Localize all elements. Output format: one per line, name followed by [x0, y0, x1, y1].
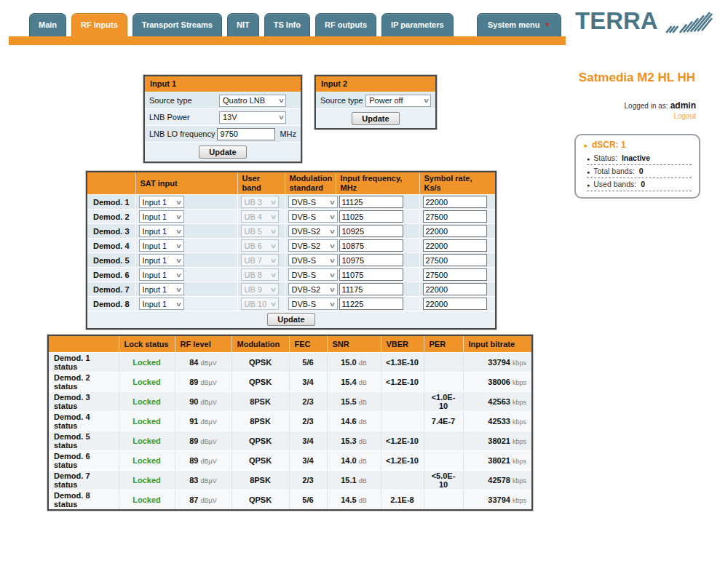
input-bitrate-value: 38021 kbps	[463, 431, 532, 450]
selected-value: DVB-S2	[292, 242, 321, 250]
input-frequency-field[interactable]	[339, 210, 403, 223]
bitrate-unit: kbps	[513, 458, 526, 465]
modulation-standard-select[interactable]: DVB-S2 v	[288, 239, 338, 252]
input-frequency-field[interactable]	[339, 239, 403, 252]
symbol-rate-field[interactable]	[423, 239, 487, 252]
tab-rf-outputs[interactable]: RF outputs	[315, 13, 376, 36]
modulation-standard-select[interactable]: DVB-S v	[288, 268, 338, 281]
dscr-total-bands-row: ● Total bands: 0	[587, 165, 692, 178]
snr-value: 15.5 dB	[327, 391, 381, 411]
sat-input-select[interactable]: Input 1 v	[139, 283, 184, 295]
demod-config-update-button[interactable]: Update	[267, 313, 314, 326]
snr-unit: dB	[359, 379, 367, 386]
sat-input-select[interactable]: Input 1 v	[139, 298, 184, 310]
symbol-rate-field[interactable]	[423, 210, 487, 223]
sat-input-select[interactable]: Input 1 v	[139, 254, 184, 266]
vber-value	[381, 411, 424, 431]
input1-panel: Input 1 Source type Quatro LNB v LNB Pow…	[143, 75, 302, 163]
bitrate-unit: kbps	[513, 359, 526, 367]
sat-input-select[interactable]: Input 1 v	[139, 196, 184, 208]
demod-status-label: Demod. 2 status	[48, 372, 119, 391]
tab-ts-info[interactable]: TS Info	[264, 13, 310, 36]
dropdown-icon: v	[177, 213, 182, 220]
lock-status-value: Locked	[119, 411, 175, 431]
symbol-rate-field[interactable]	[423, 268, 487, 281]
page: Main RF inputs Transport Streams NIT TS …	[0, 0, 728, 582]
input1-update-button[interactable]: Update	[199, 146, 246, 159]
tab-nit[interactable]: NIT	[227, 13, 259, 36]
dropdown-icon: v	[272, 257, 277, 264]
config-header-user-band: User band	[237, 172, 285, 195]
sat-input-select[interactable]: Input 1 v	[139, 225, 184, 237]
selected-value: UB 4	[245, 212, 262, 221]
sat-input-select[interactable]: Input 1 v	[139, 268, 184, 281]
dropdown-icon: v	[177, 300, 182, 308]
dropdown-icon: v	[272, 228, 277, 235]
symbol-rate-field[interactable]	[423, 283, 487, 295]
bitrate-unit: kbps	[513, 477, 526, 485]
input-frequency-field[interactable]	[339, 254, 403, 266]
page-title: Satmedia M2 HL HH	[569, 71, 705, 85]
bitrate-unit: kbps	[513, 399, 526, 406]
sat-input-select[interactable]: Input 1 v	[139, 239, 184, 252]
bullet-icon: ●	[587, 156, 590, 162]
input1-lnb-lo-frequency-input[interactable]	[217, 128, 275, 140]
dropdown-icon: v	[177, 228, 182, 235]
tab-rf-inputs[interactable]: RF inputs	[71, 13, 127, 36]
dscr-title: ►dSCR: 1	[583, 140, 692, 150]
input2-update-button[interactable]: Update	[352, 112, 399, 125]
system-menu-button[interactable]: System menu▼	[477, 13, 561, 36]
snr-value: 14.0 dB	[327, 450, 381, 470]
tab-ip-parameters[interactable]: IP parameters	[381, 13, 454, 36]
symbol-rate-field[interactable]	[423, 196, 487, 208]
symbol-rate-field[interactable]	[423, 254, 487, 266]
modulation-standard-select[interactable]: DVB-S v	[288, 210, 338, 223]
dscr-status-value: Inactive	[622, 154, 650, 162]
user-band-select: UB 3 v	[241, 196, 279, 208]
input-frequency-field[interactable]	[339, 283, 403, 295]
config-header-frequency: Input frequency, MHz	[336, 172, 419, 195]
demod-status-label: Demod. 1 status	[48, 352, 119, 372]
dropdown-icon: v	[272, 271, 277, 279]
tab-main[interactable]: Main	[29, 13, 66, 36]
input-frequency-field[interactable]	[339, 268, 403, 281]
modulation-value: QPSK	[232, 352, 289, 372]
input1-source-type-select[interactable]: Quatro LNB v	[219, 95, 286, 107]
input-frequency-field[interactable]	[339, 196, 403, 208]
status-row: Demod. 7 status Locked 83 dBµV 8PSK 2/3 …	[48, 470, 532, 490]
selected-value: Input 1	[143, 198, 167, 207]
logged-in-label: Logged in as:	[625, 102, 668, 110]
tab-transport-streams[interactable]: Transport Streams	[132, 13, 222, 36]
symbol-rate-field[interactable]	[423, 225, 487, 237]
snr-unit: dB	[359, 359, 367, 367]
symbol-rate-field[interactable]	[423, 298, 487, 310]
config-row: Demod. 6 Input 1 v UB 8 v DVB-S v	[87, 268, 496, 282]
dropdown-icon: v	[177, 242, 182, 250]
config-update-row: Update	[87, 311, 496, 329]
modulation-standard-select[interactable]: DVB-S2 v	[288, 225, 338, 237]
rf-unit: dBµV	[201, 399, 217, 406]
config-header-sat-input: SAT input	[135, 172, 237, 195]
input-frequency-field[interactable]	[339, 298, 403, 310]
demod-label: Demod. 5	[87, 253, 135, 268]
fec-value: 3/4	[289, 431, 327, 450]
fec-value: 3/4	[289, 450, 327, 470]
selected-value: Input 1	[143, 256, 167, 265]
modulation-standard-select[interactable]: DVB-S v	[288, 254, 338, 266]
input-frequency-field[interactable]	[339, 225, 403, 237]
fec-value: 2/3	[289, 391, 327, 411]
dropdown-icon: v	[177, 286, 182, 293]
input2-source-type-select[interactable]: Power off v	[365, 95, 431, 107]
dropdown-icon: v	[272, 300, 277, 308]
per-value: <5.0E-10	[424, 470, 463, 490]
sat-input-select[interactable]: Input 1 v	[139, 210, 184, 223]
demod-status-label: Demod. 4 status	[48, 411, 119, 431]
input1-lnb-power-select[interactable]: 13V v	[219, 111, 286, 124]
modulation-value: 8PSK	[232, 391, 289, 411]
user-band-select: UB 9 v	[241, 283, 279, 295]
modulation-standard-select[interactable]: DVB-S2 v	[288, 283, 338, 295]
logout-link[interactable]: Logout	[625, 112, 696, 120]
status-header-per: PER	[424, 335, 463, 352]
modulation-standard-select[interactable]: DVB-S v	[288, 196, 338, 208]
modulation-standard-select[interactable]: DVB-S v	[288, 298, 338, 310]
